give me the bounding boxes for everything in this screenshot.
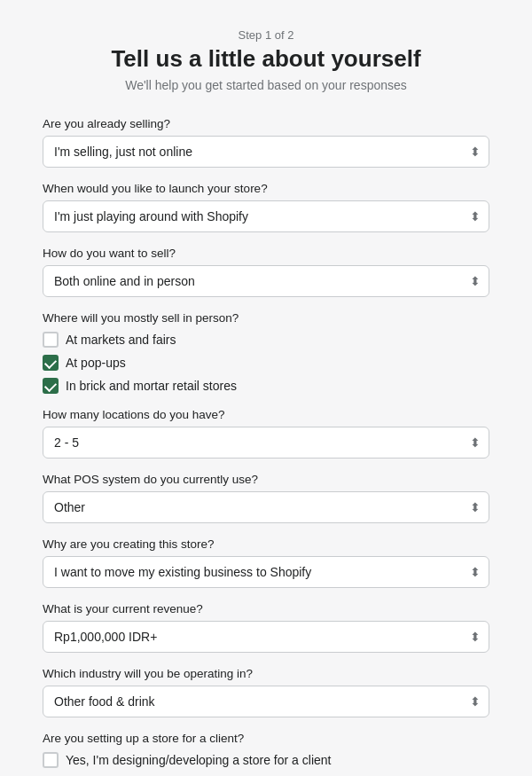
checkbox-retail[interactable] — [43, 378, 59, 394]
page-subtitle: We'll help you get started based on your… — [43, 78, 489, 92]
checkbox-label-popups: At pop-ups — [66, 356, 126, 370]
select-wrapper-launch-time: I'm just playing around with Shopify In … — [43, 200, 489, 232]
label-locations: How many locations do you have? — [43, 408, 489, 421]
label-already-selling: Are you already selling? — [43, 117, 489, 130]
select-wrapper-why-creating: I want to move my existing business to S… — [43, 556, 489, 588]
label-client-store: Are you setting up a store for a client? — [43, 732, 489, 745]
field-already-selling: Are you already selling? I'm selling, ju… — [43, 117, 489, 168]
header: Step 1 of 2 Tell us a little about yours… — [43, 28, 489, 92]
select-wrapper-industry: Other food & drink Clothing & accessorie… — [43, 686, 489, 717]
field-pos-system: What POS system do you currently use? Ot… — [43, 473, 489, 523]
checkbox-label-markets: At markets and fairs — [66, 333, 176, 347]
checkbox-label-retail: In brick and mortar retail stores — [66, 379, 237, 393]
select-launch-time[interactable]: I'm just playing around with Shopify In … — [43, 200, 489, 232]
select-pos-system[interactable]: Other Square Clover Lightspeed None — [43, 491, 489, 523]
form-section: Are you already selling? I'm selling, ju… — [43, 117, 489, 768]
checkbox-client[interactable] — [43, 752, 59, 768]
label-industry: Which industry will you be operating in? — [43, 667, 489, 680]
checkbox-popups[interactable] — [43, 355, 59, 371]
checkbox-item-popups[interactable]: At pop-ups — [43, 355, 489, 371]
checkbox-item-client[interactable]: Yes, I'm designing/developing a store fo… — [43, 752, 489, 768]
select-revenue[interactable]: Rp1,000,000 IDR+ Under Rp1,000,000 IDR N… — [43, 621, 489, 653]
select-wrapper-already-selling: I'm selling, just not online I'm new to … — [43, 136, 489, 168]
field-why-creating: Why are you creating this store? I want … — [43, 537, 489, 588]
label-sell-where: Where will you mostly sell in person? — [43, 311, 489, 325]
select-industry[interactable]: Other food & drink Clothing & accessorie… — [43, 686, 489, 717]
label-why-creating: Why are you creating this store? — [43, 537, 489, 551]
select-wrapper-pos-system: Other Square Clover Lightspeed None ⬍ — [43, 491, 489, 523]
checkbox-markets[interactable] — [43, 332, 59, 348]
page-title: Tell us a little about yourself — [43, 45, 489, 73]
field-sell-where: Where will you mostly sell in person? At… — [43, 311, 489, 394]
select-wrapper-locations: 1 2 - 5 6 - 10 11+ ⬍ — [43, 427, 489, 459]
checkbox-label-client: Yes, I'm designing/developing a store fo… — [66, 753, 331, 767]
field-launch-time: When would you like to launch your store… — [43, 182, 489, 232]
checkbox-item-markets[interactable]: At markets and fairs — [43, 332, 489, 348]
checkbox-group-client: Yes, I'm designing/developing a store fo… — [43, 752, 489, 768]
label-sell-how: How do you want to sell? — [43, 247, 489, 260]
select-wrapper-sell-how: Both online and in person Online only In… — [43, 265, 489, 297]
select-wrapper-revenue: Rp1,000,000 IDR+ Under Rp1,000,000 IDR N… — [43, 621, 489, 653]
page-wrapper: Step 1 of 2 Tell us a little about yours… — [0, 0, 532, 776]
field-revenue: What is your current revenue? Rp1,000,00… — [43, 602, 489, 653]
checkbox-group-sell-where: At markets and fairs At pop-ups In brick… — [43, 332, 489, 394]
label-pos-system: What POS system do you currently use? — [43, 473, 489, 486]
checkbox-item-retail[interactable]: In brick and mortar retail stores — [43, 378, 489, 394]
field-locations: How many locations do you have? 1 2 - 5 … — [43, 408, 489, 459]
label-revenue: What is your current revenue? — [43, 602, 489, 615]
field-industry: Which industry will you be operating in?… — [43, 667, 489, 717]
field-sell-how: How do you want to sell? Both online and… — [43, 247, 489, 297]
select-sell-how[interactable]: Both online and in person Online only In… — [43, 265, 489, 297]
select-locations[interactable]: 1 2 - 5 6 - 10 11+ — [43, 427, 489, 459]
select-already-selling[interactable]: I'm selling, just not online I'm new to … — [43, 136, 489, 168]
select-why-creating[interactable]: I want to move my existing business to S… — [43, 556, 489, 588]
field-client-store: Are you setting up a store for a client?… — [43, 732, 489, 768]
label-launch-time: When would you like to launch your store… — [43, 182, 489, 195]
step-label: Step 1 of 2 — [43, 28, 489, 42]
